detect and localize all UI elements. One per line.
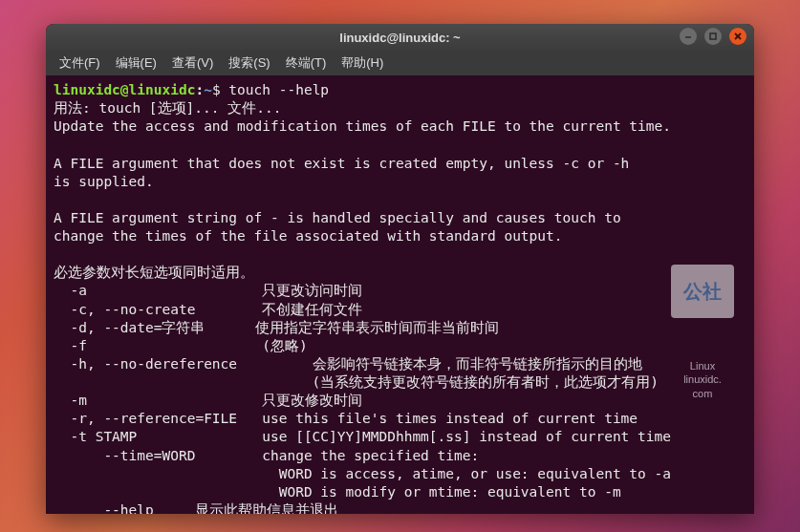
menu-view[interactable]: 查看(V) [166,52,219,74]
output-line: -d, --date=字符串 使用指定字符串表示时间而非当前时间 [54,320,499,335]
menu-search[interactable]: 搜索(S) [223,52,275,74]
output-line: --time=WORD change the specified time: [54,448,479,463]
watermark-text: Linuxlinuxidc.com [664,359,741,401]
output-line: --help 显示此帮助信息并退出 [54,502,338,514]
output-line: WORD is access, atime, or use: equivalen… [54,466,671,481]
close-icon [733,32,743,41]
menu-edit[interactable]: 编辑(E) [110,52,162,74]
output-line: 用法: touch [选项]... 文件... [54,100,281,116]
output-line: is supplied. [54,174,154,189]
watermark-logo: 公社 [671,265,734,318]
maximize-icon [708,32,718,41]
maximize-button[interactable] [704,28,722,45]
window-controls [680,28,746,45]
prompt-path: ~ [204,82,212,97]
menu-help[interactable]: 帮助(H) [335,52,389,74]
prompt-user-host: linuxidc@linuxidc [54,82,195,97]
output-line: -h, --no-dereference 会影响符号链接本身，而非符号链接所指示… [54,356,642,372]
menu-file[interactable]: 文件(F) [54,52,106,74]
window-title: linuxidc@linuxidc: ~ [46,31,754,45]
terminal-area[interactable]: linuxidc@linuxidc:~$ touch --help 用法: to… [46,75,754,514]
output-line: -m 只更改修改时间 [54,393,362,408]
svg-rect-1 [710,33,716,39]
output-line: A FILE argument string of - is handled s… [54,210,621,225]
output-line: Update the access and modification times… [54,118,671,134]
command-text: touch --help [228,82,329,97]
prompt-sep: : [195,82,204,97]
minimize-button[interactable] [680,28,697,45]
output-line: -c, --no-create 不创建任何文件 [54,302,362,317]
menubar: 文件(F) 编辑(E) 查看(V) 搜索(S) 终端(T) 帮助(H) [46,51,754,75]
titlebar: linuxidc@linuxidc: ~ [46,24,754,51]
watermark: 公社 Linuxlinuxidc.com [664,228,741,316]
terminal-window: linuxidc@linuxidc: ~ 文件(F) 编辑(E) 查看(V) 搜… [46,24,754,514]
close-button[interactable] [729,28,746,45]
output-line: -f (忽略) [54,338,308,353]
output-line: A FILE argument that does not exist is c… [54,156,629,171]
output-line: (当系统支持更改符号链接的所有者时，此选项才有用) [54,374,659,390]
minimize-icon [683,32,693,41]
output-line: 必选参数对长短选项同时适用。 [54,265,254,280]
output-line: -r, --reference=FILE use this file's tim… [54,411,638,426]
output-line: -t STAMP use [[CC]YY]MMDDhhmm[.ss] inste… [54,429,671,444]
output-line: -a 只更改访问时间 [54,283,362,298]
output-line: change the times of the file associated … [54,228,563,244]
menu-terminal[interactable]: 终端(T) [280,52,333,74]
prompt-symbol: $ [212,82,221,97]
output-line: WORD is modify or mtime: equivalent to -… [54,484,621,500]
